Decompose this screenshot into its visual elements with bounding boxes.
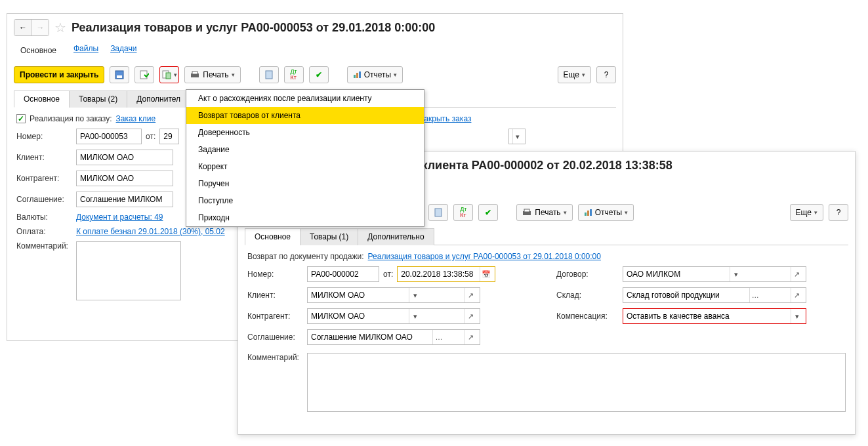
comment-textarea[interactable] <box>307 353 846 412</box>
pay-link[interactable]: К оплате безнал 29.01.2018 (30%), 05.02 <box>76 227 225 236</box>
return-doc-link[interactable]: Реализация товаров и услуг РА00-000053 о… <box>368 252 601 261</box>
reports-icon <box>353 71 361 79</box>
dtct-button[interactable]: ДтКт <box>284 66 304 83</box>
curr-label: Валюты: <box>16 213 72 222</box>
svg-rect-20 <box>587 211 589 216</box>
save-button[interactable] <box>110 66 129 83</box>
tab-goods[interactable]: Товары (1) <box>300 228 358 245</box>
menu-income[interactable]: Приходн <box>186 209 424 226</box>
date-input[interactable]: 29 <box>159 129 179 144</box>
svg-rect-18 <box>524 209 529 212</box>
subnav-files[interactable]: Файлы <box>73 44 98 57</box>
open-icon[interactable]: ↗ <box>791 288 802 302</box>
dtct-icon: ДтКт <box>291 69 297 81</box>
dtct-icon: ДтКт <box>460 207 466 218</box>
doc-button[interactable] <box>428 204 448 221</box>
agr-input[interactable]: Соглашение МИЛКОМ ОАО … ↗ <box>307 329 480 345</box>
print-button[interactable]: Печать ▾ <box>184 66 240 83</box>
select-icon[interactable]: … <box>432 330 444 344</box>
print-button[interactable]: Печать ▾ <box>516 204 572 221</box>
more-button[interactable]: Еще▾ <box>790 204 823 221</box>
calendar-icon[interactable]: 📅 <box>480 267 491 281</box>
open-icon[interactable]: ↗ <box>465 309 476 323</box>
favorite-icon[interactable]: ☆ <box>54 20 66 35</box>
contract-input[interactable]: ОАО МИЛКОМ ▾ ↗ <box>623 266 806 282</box>
reports-button[interactable]: Отчеты ▾ <box>347 66 403 83</box>
menu-receipt[interactable]: Поступле <box>186 192 424 209</box>
tab-extra[interactable]: Дополнительно <box>358 228 434 245</box>
num-label: Номер: <box>247 270 303 279</box>
create-based-menu: Акт о расхождениях после реализации клие… <box>186 89 424 227</box>
nav-back[interactable]: ← <box>14 20 31 35</box>
select-icon[interactable]: … <box>749 288 761 302</box>
reports-icon <box>584 209 592 216</box>
check-button[interactable]: ✔ <box>309 66 329 83</box>
tab-extra[interactable]: Дополнител <box>127 91 190 108</box>
curr-link[interactable]: Документ и расчеты: 49 <box>76 213 163 222</box>
contr-input[interactable]: МИЛКОМ ОАО <box>76 171 173 186</box>
form-area: Возврат по документу продажи: Реализация… <box>238 245 855 424</box>
menu-proxy[interactable]: Доверенность <box>186 124 424 141</box>
svg-rect-19 <box>585 213 587 216</box>
tab-main[interactable]: Основное <box>14 91 70 108</box>
tab-goods[interactable]: Товары (2) <box>69 91 127 108</box>
num-input[interactable]: РА00-000053 <box>76 129 142 144</box>
menu-act[interactable]: Акт о расхождениях после реализации клие… <box>186 90 424 107</box>
doc-button[interactable] <box>259 66 279 83</box>
help-button[interactable]: ? <box>829 204 848 221</box>
post-close-button[interactable]: Провести и закрыть <box>14 66 104 83</box>
help-button[interactable]: ? <box>596 66 616 83</box>
client-input[interactable]: МИЛКОМ ОАО ▾ ↗ <box>307 287 480 303</box>
contr-input[interactable]: МИЛКОМ ОАО ▾ ↗ <box>307 308 480 324</box>
client-input[interactable]: МИЛКОМ ОАО <box>76 150 173 165</box>
subnav-main[interactable]: Основное <box>15 44 62 57</box>
date-input[interactable]: 20.02.2018 13:38:58 📅 <box>397 266 495 282</box>
dropdown-icon[interactable]: ▾ <box>409 288 421 302</box>
open-icon[interactable]: ↗ <box>465 330 476 344</box>
dropdown-icon[interactable]: ▾ <box>791 309 802 323</box>
agr-label: Соглашение: <box>247 333 303 342</box>
svg-rect-7 <box>266 71 272 79</box>
tab-main[interactable]: Основное <box>245 228 300 245</box>
menu-correct[interactable]: Коррект <box>186 158 424 175</box>
more-button[interactable]: Еще▾ <box>558 66 591 83</box>
menu-return[interactable]: Возврат товаров от клиента <box>186 107 424 124</box>
open-icon[interactable]: ↗ <box>465 288 476 302</box>
create-based-button[interactable]: ▾ <box>159 66 179 83</box>
return-label: Возврат по документу продажи: <box>247 252 364 261</box>
doc-icon <box>265 70 273 79</box>
open-icon[interactable]: ↗ <box>791 267 802 281</box>
subnav-tasks[interactable]: Задачи <box>110 44 136 57</box>
dtct-button[interactable]: ДтКт <box>453 204 473 221</box>
menu-task[interactable]: Задание <box>186 141 424 158</box>
agr-input[interactable]: Соглашение МИЛКОМ <box>76 192 173 207</box>
comp-input[interactable]: Оставить в качестве аванса ▾ <box>623 308 806 324</box>
svg-rect-9 <box>356 73 358 78</box>
realize-checkbox[interactable] <box>16 114 26 123</box>
svg-rect-10 <box>359 71 361 78</box>
stock-input[interactable]: Склад готовой продукции … ↗ <box>623 287 806 303</box>
printer-icon <box>522 209 531 216</box>
svg-rect-8 <box>354 75 356 78</box>
svg-rect-2 <box>140 71 147 79</box>
unknown-dropdown[interactable]: ▾ <box>508 129 526 144</box>
check-button[interactable]: ✔ <box>478 204 498 221</box>
reports-label: Отчеты <box>595 208 622 217</box>
svg-rect-4 <box>166 73 171 79</box>
nav-arrows: ← → <box>14 19 49 36</box>
reports-button[interactable]: Отчеты ▾ <box>578 204 634 221</box>
num-input[interactable]: РА00-000002 <box>307 266 379 282</box>
comment-textarea[interactable] <box>76 241 181 300</box>
dropdown-icon[interactable]: ▾ <box>409 309 421 323</box>
realize-label: Реализация по заказу: <box>30 114 112 123</box>
menu-assign[interactable]: Поручен <box>186 175 424 192</box>
svg-rect-21 <box>590 209 592 216</box>
post-button[interactable] <box>134 66 154 83</box>
tabs: Основное Товары (1) Дополнительно <box>245 228 848 245</box>
close-order-link[interactable]: Закрыть заказ <box>419 114 471 123</box>
dropdown-icon[interactable]: ▾ <box>730 267 741 281</box>
order-link[interactable]: Заказ клие <box>116 114 156 123</box>
titlebar: ← → ☆ Реализация товаров и услуг РА00-00… <box>7 14 623 41</box>
print-label: Печать <box>203 70 228 79</box>
nav-forward[interactable]: → <box>31 20 49 35</box>
